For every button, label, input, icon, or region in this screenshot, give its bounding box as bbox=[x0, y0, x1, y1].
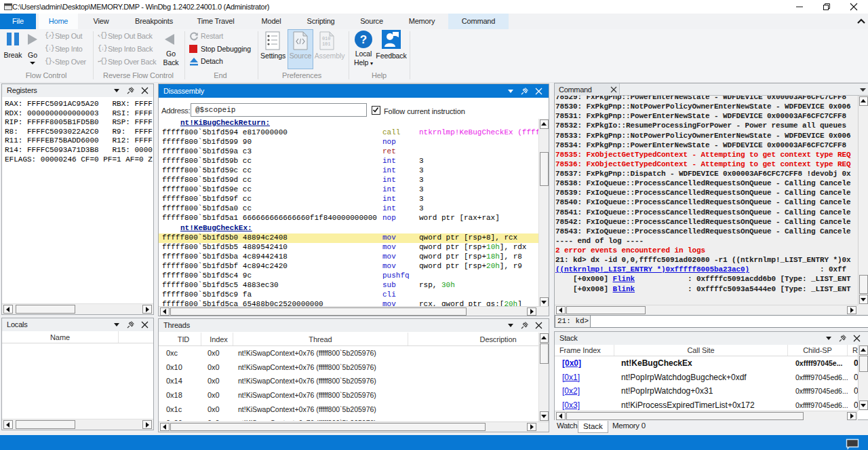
svg-text:?: ? bbox=[360, 33, 367, 46]
svg-text:101: 101 bbox=[322, 41, 330, 47]
svg-text:010: 010 bbox=[322, 36, 330, 41]
